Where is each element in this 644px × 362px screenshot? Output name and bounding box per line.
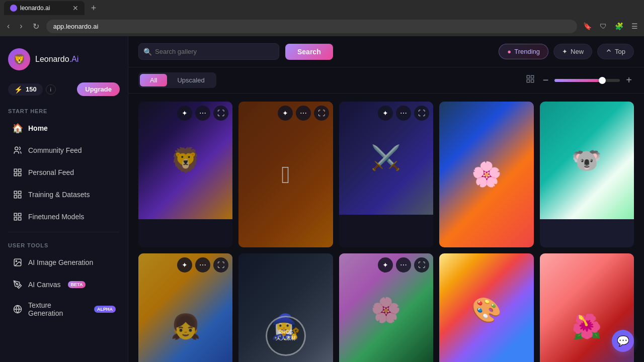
svg-rect-9: [14, 213, 17, 216]
tab-all[interactable]: All: [140, 74, 167, 86]
search-btn[interactable]: Search: [285, 44, 333, 60]
chat-bubble[interactable]: 💬: [612, 330, 634, 352]
menu-icon[interactable]: ☰: [629, 20, 640, 32]
home-label: Home: [28, 124, 48, 132]
sidebar-item-texture[interactable]: Texture Generation ALPHA: [4, 296, 124, 322]
grid-view-btn[interactable]: [524, 72, 537, 88]
svg-point-15: [17, 284, 18, 285]
training-label: Training & Datasets: [28, 191, 90, 199]
magic-btn[interactable]: ✦: [497, 106, 512, 121]
more-btn[interactable]: ⋯: [296, 257, 311, 273]
main-content: 🔍 Search ● Trending ✦ New Top: [128, 36, 644, 362]
gallery-grid: 🦁 ✦ ⋯ ⛶ 𓂀 ✦ ⋯ ⛶: [138, 102, 634, 362]
more-btn[interactable]: ⋯: [195, 106, 210, 121]
app-container: 🦁 Leonardo.Ai ⚡ 150 i Upgrade Start Here…: [0, 36, 644, 362]
tab-upscaled[interactable]: Upscaled: [167, 74, 214, 86]
personal-feed-label: Personal Feed: [28, 168, 74, 176]
forward-btn[interactable]: ›: [17, 20, 25, 33]
more-btn[interactable]: ⋯: [515, 257, 530, 273]
gallery-item[interactable]: 🌸 ✦ ⋯: [439, 102, 533, 247]
svg-rect-18: [531, 75, 533, 78]
magic-btn[interactable]: ✦: [278, 106, 293, 121]
more-btn[interactable]: ⋯: [195, 257, 210, 273]
new-tab-btn[interactable]: +: [87, 1, 101, 15]
more-btn[interactable]: ⋯: [615, 106, 630, 121]
sidebar-item-community-feed[interactable]: Community Feed: [4, 140, 124, 161]
url-bar[interactable]: [46, 20, 577, 33]
top-btn[interactable]: Top: [597, 44, 634, 59]
shield-icon: 🛡: [598, 20, 609, 32]
back-btn[interactable]: ‹: [4, 20, 13, 33]
logo-ai: .Ai: [69, 55, 79, 63]
magic-btn[interactable]: ✦: [177, 106, 192, 121]
gallery-item[interactable]: 𓂀 ✦ ⋯ ⛶: [238, 102, 333, 247]
bookmark-icon[interactable]: 🔖: [581, 20, 594, 32]
more-btn[interactable]: ⋯: [396, 106, 411, 121]
svg-rect-2: [19, 169, 21, 171]
magic-btn[interactable]: ✦: [597, 257, 612, 273]
gallery-item[interactable]: ⚔️ ✦ ⋯ ⛶: [339, 102, 433, 247]
item-overlay: ✦ ⋯ ⛶: [138, 102, 232, 247]
sidebar-item-personal-feed[interactable]: Personal Feed: [4, 162, 124, 183]
expand-btn[interactable]: ⛶: [213, 257, 228, 273]
magic-btn[interactable]: ✦: [177, 257, 192, 273]
new-icon: ✦: [562, 48, 568, 55]
user-avatar[interactable]: 🦁: [8, 48, 30, 70]
more-btn[interactable]: ⋯: [296, 106, 311, 121]
finetuned-label: Finetuned Models: [28, 213, 84, 221]
sidebar-item-home[interactable]: 🏠 Home: [4, 118, 124, 139]
gallery-area[interactable]: 🦁 ✦ ⋯ ⛶ 𓂀 ✦ ⋯ ⛶: [128, 94, 644, 362]
browser-chrome: leonardo.ai ✕ + ‹ › ↻ 🔖 🛡 🧩 ☰: [0, 0, 644, 36]
gallery-item[interactable]: 🧙‍♀️ ⋯ ⛶ RRCG人人素材: [238, 253, 333, 362]
ai-image-icon: [12, 257, 23, 268]
upgrade-btn[interactable]: Upgrade: [77, 82, 120, 96]
more-btn[interactable]: ⋯: [515, 106, 530, 121]
magic-btn[interactable]: ✦: [378, 106, 393, 121]
zoom-slider[interactable]: [554, 79, 620, 82]
sidebar-item-ai-image[interactable]: AI Image Generation: [4, 252, 124, 273]
gallery-item[interactable]: 🦁 ✦ ⋯ ⛶: [138, 102, 232, 247]
chat-icon: 💬: [617, 335, 629, 347]
ai-image-label: AI Image Generation: [28, 258, 93, 266]
sidebar-item-training[interactable]: Training & Datasets: [4, 184, 124, 205]
new-btn[interactable]: ✦ New: [553, 44, 592, 59]
search-input[interactable]: [138, 43, 279, 60]
tab-favicon: [10, 5, 17, 12]
token-info-btn[interactable]: i: [46, 84, 56, 95]
gallery-item[interactable]: 🌸 ✦ ⋯ ⛶: [339, 253, 433, 362]
reload-btn[interactable]: ↻: [30, 20, 42, 33]
grid-controls: − +: [524, 72, 634, 88]
token-count: ⚡ 150: [8, 83, 43, 96]
expand-btn[interactable]: ⛶: [414, 257, 429, 273]
gallery-item[interactable]: 👧 ✦ ⋯ ⛶: [138, 253, 232, 362]
svg-rect-6: [19, 191, 21, 194]
tab-label: leonardo.ai: [20, 5, 50, 12]
magic-btn[interactable]: ✦: [378, 257, 393, 273]
trending-btn[interactable]: ● Trending: [499, 44, 548, 59]
sidebar: 🦁 Leonardo.Ai ⚡ 150 i Upgrade Start Here…: [0, 36, 128, 362]
expand-btn[interactable]: ⛶: [314, 257, 329, 273]
gallery-item[interactable]: 🎨 ✦ ⋯: [439, 253, 533, 362]
expand-btn[interactable]: ⛶: [213, 106, 228, 121]
sidebar-item-ai-canvas[interactable]: AI Canvas BETA: [4, 274, 124, 295]
top-bar-actions: ● Trending ✦ New Top: [499, 44, 634, 59]
tab-close-btn[interactable]: ✕: [72, 4, 78, 12]
expand-btn[interactable]: ⛶: [314, 106, 329, 121]
trending-label: Trending: [514, 48, 540, 55]
gallery-item[interactable]: 🐨 ✦ ⋯: [540, 102, 634, 247]
personal-feed-icon: [12, 167, 23, 178]
community-feed-label: Community Feed: [28, 146, 82, 154]
extensions-icon[interactable]: 🧩: [613, 20, 625, 32]
active-tab[interactable]: leonardo.ai ✕: [4, 1, 85, 15]
magic-btn[interactable]: ✦: [597, 106, 612, 121]
finetuned-icon: [12, 211, 23, 222]
magic-btn[interactable]: ✦: [497, 257, 512, 273]
zoom-minus-btn[interactable]: −: [541, 74, 551, 86]
more-btn[interactable]: ⋯: [396, 257, 411, 273]
sidebar-item-finetuned[interactable]: Finetuned Models: [4, 206, 124, 227]
search-container: 🔍: [138, 43, 279, 60]
zoom-plus-btn[interactable]: +: [624, 74, 634, 86]
more-btn[interactable]: ⋯: [615, 257, 630, 273]
section-start-label: Start Here: [0, 102, 128, 117]
expand-btn[interactable]: ⛶: [414, 106, 429, 121]
